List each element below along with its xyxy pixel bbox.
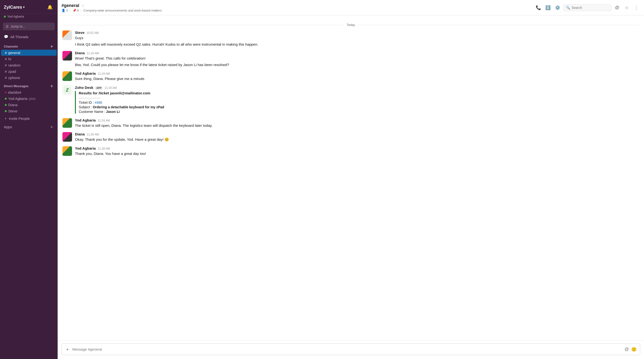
apps-section: Apps ＋ (0, 123, 58, 130)
add-channel-button[interactable]: ＋ (50, 44, 54, 48)
yod-line1: Sure thing, Diana. Please give me a minu… (75, 76, 639, 82)
settings-icon-button[interactable]: ⚙️ (554, 4, 562, 12)
workspace-name-text: ZylCares (4, 5, 22, 10)
input-icons: @ 🙂 (624, 347, 636, 352)
dm-yod-agbaria[interactable]: Yod Agbaria (you) (1, 96, 57, 102)
timestamp-steve: 10:52 AM (86, 31, 99, 34)
steve-line1: Guys (75, 35, 639, 41)
sender-diana-2: Diana (75, 132, 85, 136)
message-content-zoho: Zoho Desk APP 11:19 AM Results for /tick… (75, 86, 639, 114)
pins-count: 📌 0 (72, 9, 79, 12)
message-content-diana-2: Diana 11:26 AM Okay. Thank you for the u… (75, 132, 639, 142)
search-icon: 🔍 (566, 6, 570, 10)
more-options-button[interactable]: ⋮ (632, 4, 640, 12)
desk-subject-value: Ordering a detachable keyboard for my zP… (93, 105, 164, 109)
call-icon-button[interactable]: 📞 (534, 4, 542, 12)
channel-name-random: random (8, 63, 20, 67)
meta-divider-1: | (70, 9, 70, 12)
message-content-diana-1: Diana 11:16 AM Wow! That's great. This c… (75, 51, 639, 68)
timestamp-yod-2: 11:24 AM (98, 119, 110, 122)
apps-label: Apps (4, 125, 12, 129)
message-header-diana-1: Diana 11:16 AM (75, 51, 639, 55)
diana-line3: Okay. Thank you for the update, Yod. Hav… (75, 137, 639, 142)
message-input-area: ＋ @ 🙂 (58, 340, 644, 359)
message-input-box: ＋ @ 🙂 (62, 344, 640, 355)
workspace-name[interactable]: ZylCares ▾ (4, 5, 24, 10)
slackbot-heart-icon: ♥ (5, 91, 6, 94)
channel-hash-icon: # (5, 76, 7, 80)
invite-plus-icon: ＋ (4, 116, 8, 121)
zoho-desk-card: Results for /ticket jasonli@mailinator.c… (75, 91, 639, 114)
info-icon-button[interactable]: ℹ️ (544, 4, 552, 12)
notifications-bell-icon[interactable]: 🔔 (46, 3, 54, 11)
message-header-steve: Steve 10:52 AM (75, 30, 639, 34)
timestamp-diana-1: 11:16 AM (87, 52, 99, 55)
input-plus-icon[interactable]: ＋ (65, 346, 70, 352)
desk-ticket-id: Ticket ID : #486 (79, 100, 639, 104)
sidebar-item-random[interactable]: # random (1, 62, 57, 68)
user-status-dot (4, 16, 6, 18)
channel-meta: 👤 3 | 📌 0 | Company-wide announcements a… (62, 9, 532, 12)
threads-icon: 💬 (4, 34, 8, 39)
dm-list: ♥ slackbot Yod Agbaria (you) Diana Steve (0, 89, 58, 114)
at-icon-button[interactable]: @ (613, 4, 621, 12)
dm-section-header: Direct Messages ＋ (0, 81, 58, 89)
message-group-zoho: Z Zoho Desk APP 11:19 AM Results for /ti… (62, 86, 639, 114)
message-group-yod-2: Yod Agbaria 11:24 AM The ticket is still… (62, 118, 639, 128)
diana-line1: Wow! That's great. This calls for celebr… (75, 56, 639, 61)
message-input[interactable] (72, 347, 622, 351)
emoji-icon[interactable]: 🙂 (631, 347, 636, 352)
main-content: #general ☆ 👤 3 | 📌 0 | Company-wide anno… (58, 0, 644, 359)
message-header-diana-2: Diana 11:26 AM (75, 132, 639, 136)
message-header-zoho: Zoho Desk APP 11:19 AM (75, 86, 639, 90)
invite-people-button[interactable]: ＋ Invite People (0, 114, 58, 123)
all-threads-label: All Threads (10, 35, 28, 39)
sidebar-header: ZylCares ▾ 🔔 (0, 0, 58, 14)
dm-status-dot-yod (5, 98, 7, 100)
all-threads-item[interactable]: 💬 All Threads (0, 32, 58, 41)
sender-yod-1: Yod Agbaria (75, 71, 96, 76)
channel-title-row: #general ☆ (62, 3, 532, 8)
you-label: (you) (29, 97, 35, 100)
dm-steve[interactable]: Steve (1, 108, 57, 114)
message-header-yod-3: Yod Agbaria 11:28 AM (75, 146, 639, 150)
channel-header: #general ☆ 👤 3 | 📌 0 | Company-wide anno… (58, 0, 644, 15)
sidebar-item-general[interactable]: # general (1, 50, 57, 56)
avatar-diana-1 (62, 51, 72, 60)
channels-label: Channels (4, 45, 18, 48)
avatar-diana-2 (62, 132, 72, 142)
ticket-id-link[interactable]: #486 (94, 100, 102, 104)
star-icon[interactable]: ☆ (81, 3, 84, 8)
sender-steve: Steve (75, 30, 84, 34)
members-number: 3 (66, 9, 68, 12)
sender-yod-2: Yod Agbaria (75, 118, 96, 122)
dm-diana[interactable]: Diana (1, 102, 57, 108)
dm-slackbot[interactable]: ♥ slackbot (1, 89, 57, 95)
message-group-diana-1: Diana 11:16 AM Wow! That's great. This c… (62, 51, 639, 68)
add-dm-button[interactable]: ＋ (50, 84, 54, 88)
message-content-steve: Steve 10:52 AM Guys I think Q3 sales wil… (75, 30, 639, 47)
jump-to-button[interactable]: ☰ Jump to... (3, 22, 55, 30)
at-mention-icon[interactable]: @ (624, 347, 629, 352)
messages-area: Today Steve 10:52 AM Guys I think Q3 sal… (58, 15, 644, 340)
star-channel-button[interactable]: ☆ (623, 4, 630, 12)
sidebar-item-hr[interactable]: # hr (1, 56, 57, 62)
search-box[interactable]: 🔍 (563, 4, 611, 11)
dm-status-dot-diana (5, 104, 7, 106)
yod-line2: The ticket is still open, Diana. The log… (75, 123, 639, 128)
yod-line3: Thank you, Diana. You have a great day t… (75, 151, 639, 156)
channels-list: # general # hr # random # zpad # zphone (0, 50, 58, 81)
search-input[interactable] (572, 6, 605, 10)
jump-to-icon: ☰ (6, 25, 9, 28)
sidebar-item-zphone[interactable]: # zphone (1, 75, 57, 81)
channel-name-zphone: zphone (8, 76, 20, 80)
message-group-steve: Steve 10:52 AM Guys I think Q3 sales wil… (62, 30, 639, 47)
members-count: 👤 3 (62, 9, 68, 12)
add-apps-button[interactable]: ＋ (50, 125, 54, 129)
date-divider: Today (62, 23, 639, 27)
date-label: Today (347, 23, 355, 27)
avatar-yod-2 (62, 118, 72, 128)
sidebar-item-zpad[interactable]: # zpad (1, 68, 57, 74)
channel-header-left: #general ☆ 👤 3 | 📌 0 | Company-wide anno… (62, 3, 532, 12)
channel-name-zpad: zpad (8, 70, 16, 74)
